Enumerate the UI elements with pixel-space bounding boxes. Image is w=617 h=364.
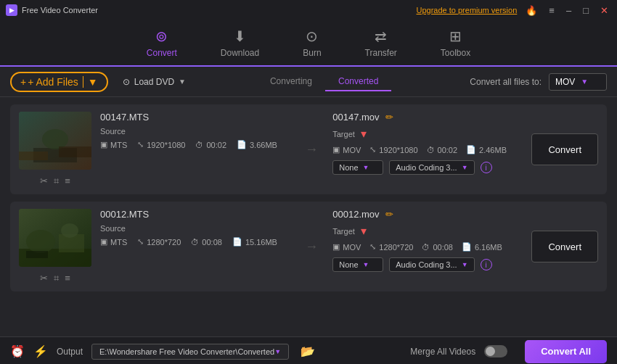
clock-icon-1: ⏱ <box>195 141 203 149</box>
edit-icon-1[interactable]: ✏ <box>385 112 393 123</box>
format-dropdown-arrow: ▼ <box>581 78 588 86</box>
convert-button-1[interactable]: Convert <box>531 133 598 165</box>
target-size-item-1: 📄 2.46MB <box>466 145 507 154</box>
titlebar-right: Upgrade to premium version 🔥 ≡ – □ ✕ <box>417 4 611 17</box>
convert-arrow-1: → <box>299 112 324 187</box>
nav-burn-label: Burn <box>303 48 321 58</box>
close-button[interactable]: ✕ <box>597 4 611 17</box>
target-clock-icon-2: ⏱ <box>422 243 430 252</box>
nav-toolbox[interactable]: ⊞ Toolbox <box>433 25 478 61</box>
add-files-button[interactable]: + + Add Files ▼ <box>10 72 108 92</box>
target-dur-item-1: ⏱ 00:02 <box>427 146 458 154</box>
source-size-2: 15.16MB <box>245 238 277 247</box>
audio-select-1[interactable]: Audio Coding 3... ▼ <box>389 160 474 175</box>
source-format-item-1: ▣ MTS <box>100 140 127 149</box>
target-res-item-2: ⤡ 1280*720 <box>369 242 413 252</box>
clock-bottom-icon[interactable]: ⏰ <box>10 344 25 358</box>
download-nav-icon: ⬇ <box>234 28 246 45</box>
source-res-2: 1280*720 <box>147 238 181 247</box>
convert-button-2[interactable]: Convert <box>531 231 598 262</box>
svg-point-7 <box>26 230 55 253</box>
target-format-row-1: None ▼ Audio Coding 3... ▼ i <box>332 160 523 175</box>
titlebar-left: ▶ Free Video Converter <box>6 4 98 16</box>
audio-select-2[interactable]: Audio Coding 3... ▼ <box>389 257 474 272</box>
svg-point-10 <box>61 223 78 238</box>
nav-transfer[interactable]: ⇄ Transfer <box>358 25 404 61</box>
minimize-button[interactable]: – <box>563 4 574 17</box>
format-select[interactable]: MOV ▼ <box>549 73 607 91</box>
target-dur-1: 00:02 <box>438 146 458 154</box>
target-dropdown-2[interactable]: ▾ <box>358 224 369 238</box>
source-dur-2: 00:08 <box>202 238 222 247</box>
output-path[interactable]: E:\Wondershare Free Video Converter\Conv… <box>91 344 289 360</box>
crop-icon-2[interactable]: ⌗ <box>54 273 59 284</box>
effects-icon-2[interactable]: ≡ <box>65 273 70 284</box>
nav-toolbox-label: Toolbox <box>441 48 470 58</box>
fire-icon: 🔥 <box>523 4 540 17</box>
scissors-icon[interactable]: ✂ <box>40 175 48 187</box>
effect-select-2[interactable]: None ▼ <box>332 257 383 272</box>
target-size-item-2: 📄 6.16MB <box>462 242 502 252</box>
add-files-label: + Add Files <box>28 76 78 88</box>
target-dur-2: 00:08 <box>433 243 453 252</box>
source-format-1: MTS <box>110 141 127 149</box>
target-meta-2: ▣ MOV ⤡ 1280*720 ⏱ 00:08 📄 6.16MB <box>332 242 523 252</box>
info-icon-2[interactable]: i <box>481 259 492 270</box>
convert-all-button[interactable]: Convert All <box>525 340 607 363</box>
nav-burn[interactable]: ⊙ Burn <box>295 25 328 61</box>
target-format-icon-1: ▣ <box>332 145 340 154</box>
effect-arrow-1: ▼ <box>363 164 369 171</box>
navbar: ⊚ Convert ⬇ Download ⊙ Burn ⇄ Transfer ⊞… <box>0 20 617 67</box>
source-format-2: MTS <box>110 238 127 247</box>
output-path-value: E:\Wondershare Free Video Converter\Conv… <box>99 347 274 356</box>
upgrade-button[interactable]: Upgrade to premium version <box>417 6 518 15</box>
effects-icon[interactable]: ≡ <box>65 175 70 187</box>
nav-download-label: Download <box>221 48 259 58</box>
target-format-item-2: ▣ MOV <box>332 242 361 252</box>
nav-download[interactable]: ⬇ Download <box>213 25 266 61</box>
disc-icon: ⊙ <box>123 77 130 87</box>
target-file-icon-2: 📄 <box>462 242 472 252</box>
effect-select-1[interactable]: None ▼ <box>332 160 383 175</box>
source-dur-item-1: ⏱ 00:02 <box>195 141 226 149</box>
merge-toggle[interactable] <box>484 345 507 357</box>
source-dur-item-2: ⏱ 00:08 <box>191 238 222 247</box>
titlebar: ▶ Free Video Converter Upgrade to premiu… <box>0 0 617 20</box>
svg-rect-3 <box>19 152 48 160</box>
crop-icon[interactable]: ⌗ <box>54 175 59 187</box>
nav-convert[interactable]: ⊚ Convert <box>139 25 184 61</box>
menu-icon[interactable]: ≡ <box>546 4 557 17</box>
tab-converting[interactable]: Converting <box>257 73 325 91</box>
target-dropdown-1[interactable]: ▾ <box>358 127 369 141</box>
output-label: Output <box>57 347 83 357</box>
tab-converted[interactable]: Converted <box>325 73 391 91</box>
add-icon: + <box>20 76 26 88</box>
toolbar: + + Add Files ▼ ⊙ Load DVD ▼ Converting … <box>0 67 617 97</box>
load-dvd-button[interactable]: ⊙ Load DVD ▼ <box>115 74 193 90</box>
source-size-item-1: 📄 3.66MB <box>237 140 277 149</box>
target-filename-1: 00147.mov <box>332 112 379 123</box>
target-file-icon-1: 📄 <box>466 145 476 154</box>
audio-arrow-1: ▼ <box>462 164 468 171</box>
file-info-1: 00147.MTS Source ▣ MTS ⤡ 1920*1080 ⏱ 00:… <box>100 112 290 187</box>
add-files-dropdown-arrow[interactable]: ▼ <box>83 76 98 88</box>
audio-value-1: Audio Coding 3... <box>396 163 457 172</box>
maximize-button[interactable]: □ <box>580 4 592 17</box>
source-format-item-2: ▣ MTS <box>100 237 127 247</box>
info-icon-1[interactable]: i <box>481 162 492 173</box>
folder-open-icon[interactable]: 📂 <box>301 344 315 358</box>
convert-arrow-2: → <box>299 209 324 284</box>
target-res-icon-2: ⤡ <box>369 242 376 252</box>
lightning-icon[interactable]: ⚡ <box>33 344 48 358</box>
format-value: MOV <box>555 77 575 87</box>
toolbox-nav-icon: ⊞ <box>449 28 462 45</box>
svg-point-2 <box>42 129 68 149</box>
target-format-2: MOV <box>343 243 361 252</box>
res-icon-2: ⤡ <box>137 237 144 247</box>
edit-icon-2[interactable]: ✏ <box>385 209 393 220</box>
scissors-icon-2[interactable]: ✂ <box>40 273 48 284</box>
convert-all-files-label: Convert all files to: <box>470 77 542 87</box>
effect-arrow-2: ▼ <box>363 261 369 268</box>
tab-group: Converting Converted <box>257 73 391 91</box>
source-meta-1: ▣ MTS ⤡ 1920*1080 ⏱ 00:02 📄 3.66MB <box>100 140 290 149</box>
